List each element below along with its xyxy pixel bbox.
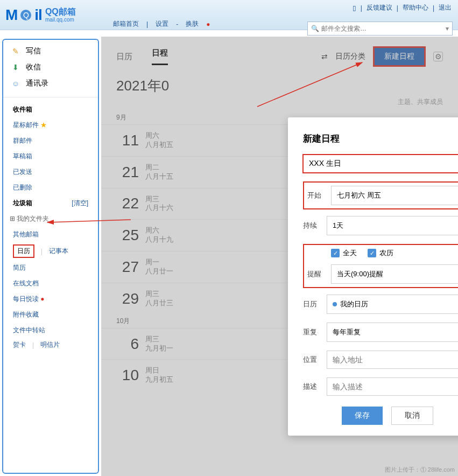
sidebar-item-card[interactable]: 贺卡 [13, 340, 26, 349]
check-icon: ✓ [331, 249, 340, 257]
top-links: ▯ | 反馈建议 | 帮助中心 | 退出 [353, 3, 452, 12]
sidebar-item-filetransfer[interactable]: 文件中转站 [3, 323, 98, 338]
save-button[interactable]: 保存 [342, 407, 383, 425]
nav-settings[interactable]: 设置 [156, 19, 168, 29]
receive-button[interactable]: ⬇ 收信 [9, 59, 93, 75]
sidebar-item-postcard[interactable]: 明信片 [40, 340, 60, 349]
desc-label: 描述 [303, 382, 321, 391]
repeat-select[interactable]: 每年重复▾ [327, 323, 458, 342]
contacts-button[interactable]: ☺ 通讯录 [9, 75, 93, 92]
event-title-input[interactable] [303, 155, 458, 173]
cancel-button[interactable]: 取消 [391, 407, 433, 425]
compose-label: 写信 [26, 46, 41, 56]
compose-button[interactable]: ✎ 写信 [9, 43, 93, 59]
search-bar[interactable]: 🔍 ▾ [307, 22, 453, 36]
penguin-icon: Q [20, 10, 31, 20]
receive-label: 收信 [26, 62, 41, 72]
compose-icon: ✎ [11, 46, 20, 56]
receive-icon: ⬇ [11, 62, 20, 72]
sidebar-item-group[interactable]: 群邮件 [3, 133, 98, 149]
sub-nav: 邮箱首页 | 设置 - 换肤 ● [113, 19, 210, 29]
logo-suffix: il [34, 6, 42, 24]
logo: M Q il QQ邮箱 mail.qq.com [5, 6, 76, 24]
sidebar-item-deleted[interactable]: 已删除 [3, 180, 98, 195]
sidebar-item-othermail[interactable]: 其他邮箱 [3, 227, 98, 242]
sidebar-item-attachfav[interactable]: 附件收藏 [3, 307, 98, 323]
sidebar: ✎ 写信 ⬇ 收信 ☺ 通讯录 收件箱 星标邮件 ★ 群邮件 草稿箱 已发送 已… [2, 39, 99, 474]
location-label: 位置 [303, 355, 321, 365]
help-link[interactable]: 帮助中心 [403, 3, 428, 12]
start-select[interactable]: 七月初六 周五▾ [331, 186, 458, 205]
search-icon: 🔍 [311, 25, 319, 32]
calendar-label: 日历 [303, 299, 321, 309]
logo-prefix: M [5, 6, 17, 24]
feedback-link[interactable]: 反馈建议 [367, 3, 392, 12]
search-input[interactable] [321, 25, 446, 32]
logo-qq-text: QQ邮箱 [45, 7, 76, 17]
logout-link[interactable]: 退出 [439, 3, 452, 12]
dot-icon: ● [40, 295, 44, 303]
duration-select[interactable]: 1天▾ [327, 216, 458, 235]
allday-checkbox[interactable]: ✓全天 [331, 248, 357, 258]
remind-select[interactable]: 当天(9:00)提醒▾ [331, 264, 458, 284]
dot-icon: ● [206, 20, 210, 28]
check-icon: ✓ [368, 249, 376, 257]
watermark-text: 图片上传于：① 28life.com [385, 466, 455, 474]
sidebar-item-star[interactable]: 星标邮件 ★ [3, 117, 98, 133]
nav-home[interactable]: 邮箱首页 [113, 19, 139, 29]
sidebar-item-sent[interactable]: 已发送 [3, 164, 98, 180]
mobile-icon[interactable]: ▯ [353, 4, 356, 12]
logo-domain: mail.qq.com [45, 17, 76, 23]
new-event-dialog: 新建日程 开始 七月初六 周五▾ 持续 1天▾ [288, 117, 458, 436]
sidebar-group-folders[interactable]: ⊞ 我的文件夹 [3, 211, 98, 227]
content-area: 日历 日程 ⇄ 日历分类 新建日程 ⚙ 2021年0 主题、共享成员 9月 11… [101, 37, 458, 476]
contacts-icon: ☺ [11, 79, 20, 88]
clear-trash-link[interactable]: [清空] [72, 199, 88, 208]
sidebar-item-resume[interactable]: 简历 [3, 260, 98, 276]
sidebar-item-inbox[interactable]: 收件箱 [3, 102, 98, 117]
repeat-label: 重复 [303, 327, 321, 337]
contacts-label: 通讯录 [26, 79, 48, 88]
remind-label: 提醒 [307, 269, 326, 279]
lunar-checkbox[interactable]: ✓农历 [368, 248, 393, 258]
sidebar-item-notes[interactable]: 记事本 [49, 247, 68, 256]
sidebar-item-drafts[interactable]: 草稿箱 [3, 149, 98, 164]
sidebar-item-calendar[interactable]: 日历 [13, 244, 34, 258]
start-label: 开始 [307, 191, 326, 200]
calendar-color-dot-icon [333, 302, 337, 306]
location-input[interactable] [327, 351, 458, 369]
star-icon: ★ [40, 121, 47, 129]
duration-label: 持续 [303, 221, 321, 230]
desc-input[interactable] [327, 377, 458, 396]
sidebar-item-onlinedoc[interactable]: 在线文档 [3, 276, 98, 291]
sidebar-item-dailyread[interactable]: 每日悦读 ● [3, 291, 98, 307]
sidebar-item-trash[interactable]: 垃圾箱[清空] [3, 195, 98, 211]
calendar-select[interactable]: 我的日历▾ [327, 295, 458, 314]
dialog-title: 新建日程 [303, 132, 458, 145]
nav-skin[interactable]: 换肤 [186, 19, 199, 29]
search-chevron-icon[interactable]: ▾ [446, 25, 449, 32]
